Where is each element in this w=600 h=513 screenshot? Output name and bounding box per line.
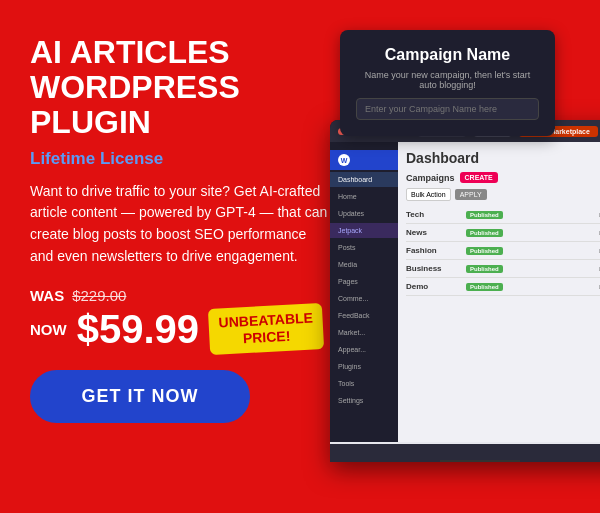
campaign-row: Business Published Last Run: Never — [406, 260, 600, 278]
campaign-name: News — [406, 228, 461, 237]
right-panel: Campaign Name Name your new campaign, th… — [340, 30, 570, 483]
campaign-name-input[interactable] — [356, 98, 539, 120]
sidebar-item-marketing[interactable]: Market... — [330, 325, 398, 340]
laptop-bottom — [330, 444, 600, 462]
sidebar-item-posts[interactable]: Posts — [330, 240, 398, 255]
main-title: AI ARTICLES WORDPRESS PLUGIN — [30, 35, 330, 141]
wp-logo-area: W — [330, 150, 398, 170]
campaigns-label: Campaigns — [406, 173, 455, 183]
sidebar-item-dashboard[interactable]: Dashboard — [330, 172, 398, 187]
now-row: NOW $59.99 UNBEATABLE PRICE! — [30, 306, 330, 352]
dash-content: W Dashboard Home Updates Jetpack Posts M… — [330, 142, 600, 442]
campaign-row: Demo Published Last Run: Never — [406, 278, 600, 296]
bulk-row: Bulk Action APPLY — [406, 188, 600, 201]
unbeatable-badge: UNBEATABLE PRICE! — [208, 303, 325, 355]
sidebar-item-tools[interactable]: Tools — [330, 376, 398, 391]
apply-button[interactable]: APPLY — [455, 189, 487, 200]
sidebar-item-updates[interactable]: Updates — [330, 206, 398, 221]
status-badge: Published — [466, 229, 503, 237]
pricing-section: WAS $229.00 NOW $59.99 UNBEATABLE PRICE! — [30, 287, 330, 352]
laptop-stand — [440, 460, 520, 462]
sidebar-item-settings[interactable]: Settings — [330, 393, 398, 408]
sidebar-item-comments[interactable]: Comme... — [330, 291, 398, 306]
sidebar-item-feedback[interactable]: FeedBack — [330, 308, 398, 323]
dash-sidebar: W Dashboard Home Updates Jetpack Posts M… — [330, 142, 398, 442]
was-price: $229.00 — [72, 287, 126, 304]
cta-button[interactable]: GET IT NOW — [30, 370, 250, 423]
left-panel: AI ARTICLES WORDPRESS PLUGIN Lifetime Li… — [30, 30, 330, 483]
sidebar-item-pages[interactable]: Pages — [330, 274, 398, 289]
subtitle: Lifetime License — [30, 149, 330, 169]
sidebar-item-appearance[interactable]: Appear... — [330, 342, 398, 357]
campaign-name: Tech — [406, 210, 461, 219]
sidebar-item-home[interactable]: Home — [330, 189, 398, 204]
dash-main: Dashboard Campaigns CREATE Bulk Action A… — [398, 142, 600, 442]
sidebar-item-plugins[interactable]: Plugins — [330, 359, 398, 374]
status-badge: Published — [466, 265, 503, 273]
was-label: WAS — [30, 287, 64, 304]
wp-logo: W — [338, 154, 350, 166]
description: Want to drive traffic to your site? Get … — [30, 181, 330, 268]
campaign-name: Fashion — [406, 246, 461, 255]
was-row: WAS $229.00 — [30, 287, 330, 304]
main-container: AI ARTICLES WORDPRESS PLUGIN Lifetime Li… — [0, 0, 600, 513]
status-badge: Published — [466, 283, 503, 291]
create-button[interactable]: CREATE — [460, 172, 498, 183]
campaign-row: Fashion Published Last Run: Never — [406, 242, 600, 260]
campaign-card-subtitle: Name your new campaign, then let's start… — [356, 70, 539, 90]
campaign-row: Tech Published Last Run: Never — [406, 206, 600, 224]
now-price: $59.99 — [77, 307, 199, 352]
campaign-card-title: Campaign Name — [356, 46, 539, 64]
status-badge: Published — [466, 211, 503, 219]
dashboard-mockup: All the R... + New MOJO Marketplace W Da… — [330, 120, 600, 462]
dash-header: Dashboard — [406, 150, 600, 166]
now-label: NOW — [30, 321, 67, 338]
sidebar-item-jetpack[interactable]: Jetpack — [330, 223, 398, 238]
bulk-action-select[interactable]: Bulk Action — [406, 188, 451, 201]
campaign-name: Business — [406, 264, 461, 273]
campaign-row: News Published Last Run: Never — [406, 224, 600, 242]
sidebar-item-media[interactable]: Media — [330, 257, 398, 272]
campaign-card: Campaign Name Name your new campaign, th… — [340, 30, 555, 136]
campaigns-header: Campaigns CREATE — [406, 172, 600, 183]
campaign-name: Demo — [406, 282, 461, 291]
status-badge: Published — [466, 247, 503, 255]
